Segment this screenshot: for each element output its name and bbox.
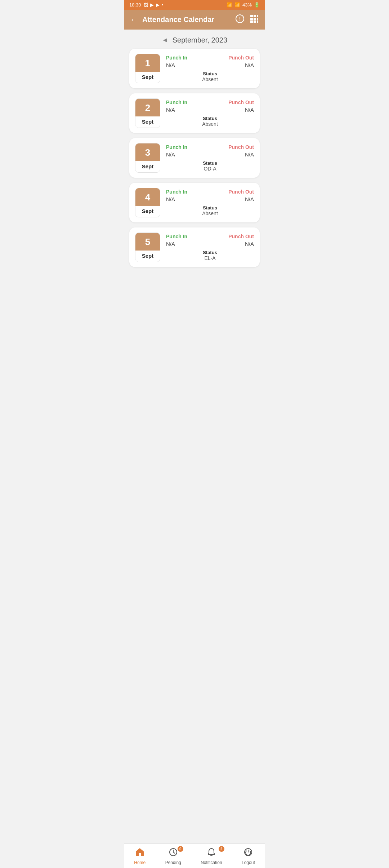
card-info-2: Punch In Punch Out N/A N/A Status Absent [166,98,254,128]
svg-rect-5 [250,18,253,21]
card-info-1: Punch In Punch Out N/A N/A Status Absent [166,54,254,83]
status-label-1: Status [166,71,254,76]
punch-out-value-2: N/A [225,107,254,113]
date-month-5: Sept [135,251,160,262]
status-value-4: Absent [166,211,254,216]
attendance-card-1: 1 Sept Punch In Punch Out N/A N/A Status… [129,49,260,88]
punch-in-label-5: Punch In [166,234,187,239]
date-box-1: 1 Sept [135,54,160,83]
attendance-card-5: 5 Sept Punch In Punch Out N/A N/A Status… [129,227,260,267]
punch-out-label-1: Punch Out [228,55,254,61]
page-title: Attendance Calendar [142,15,231,24]
punch-in-value-2: N/A [166,107,195,113]
punch-out-label-2: Punch Out [228,99,254,105]
back-button[interactable]: ← [130,15,138,25]
date-number-5: 5 [135,233,160,251]
punch-out-value-5: N/A [225,241,254,247]
date-number-1: 1 [135,54,160,72]
svg-rect-10 [257,21,258,23]
app-header: ← Attendance Calendar ! [124,10,265,30]
date-month-4: Sept [135,206,160,217]
punch-in-value-3: N/A [166,151,195,158]
status-bar: 18:30 🖼 ▶ ▶ • 📶 📶 43% 🔋 [124,0,265,10]
wifi-icon: 📶 [227,2,232,8]
card-info-5: Punch In Punch Out N/A N/A Status EL-A [166,232,254,262]
svg-rect-7 [257,18,258,21]
status-label-3: Status [166,160,254,166]
svg-rect-4 [257,15,258,17]
svg-rect-9 [254,21,256,23]
card-info-3: Punch In Punch Out N/A N/A Status OD-A [166,143,254,173]
punch-in-value-4: N/A [166,196,195,202]
signal-icon: 📶 [234,2,240,8]
date-number-2: 2 [135,99,160,116]
punch-in-value-1: N/A [166,62,195,68]
cards-container: 1 Sept Punch In Punch Out N/A N/A Status… [124,49,265,303]
prev-month-button[interactable]: ◄ [162,36,168,44]
dot-icon: • [162,2,164,8]
svg-text:!: ! [239,16,241,22]
svg-rect-8 [250,21,253,23]
punch-out-value-1: N/A [225,62,254,68]
date-number-4: 4 [135,188,160,206]
battery-text: 43% [242,2,252,8]
month-nav: ◄ September, 2023 [124,30,265,49]
youtube-icon: ▶ [150,2,154,8]
time: 18:30 [129,2,141,8]
punch-in-value-5: N/A [166,241,195,247]
svg-rect-3 [254,15,256,17]
status-label-4: Status [166,205,254,211]
battery-icon: 🔋 [254,2,260,8]
grid-icon[interactable] [250,14,259,25]
date-box-5: 5 Sept [135,232,160,262]
card-info-4: Punch In Punch Out N/A N/A Status Absent [166,188,254,217]
status-bar-right: 📶 📶 43% 🔋 [227,2,260,8]
date-box-3: 3 Sept [135,143,160,173]
status-value-5: EL-A [166,255,254,261]
status-value-2: Absent [166,121,254,127]
date-box-2: 2 Sept [135,98,160,128]
punch-in-label-1: Punch In [166,55,187,61]
attendance-card-2: 2 Sept Punch In Punch Out N/A N/A Status… [129,93,260,133]
punch-in-label-2: Punch In [166,99,187,105]
month-label: September, 2023 [173,36,227,44]
date-month-3: Sept [135,161,160,172]
punch-out-label-5: Punch Out [228,234,254,239]
status-label-5: Status [166,250,254,255]
date-box-4: 4 Sept [135,188,160,217]
punch-out-label-3: Punch Out [228,144,254,150]
header-icons: ! [235,14,259,25]
punch-out-value-4: N/A [225,196,254,202]
status-value-3: OD-A [166,166,254,172]
youtube-icon2: ▶ [156,2,160,8]
status-value-1: Absent [166,76,254,82]
photo-icon: 🖼 [143,2,148,8]
svg-rect-2 [250,15,253,17]
punch-in-label-4: Punch In [166,189,187,195]
punch-out-label-4: Punch Out [228,189,254,195]
date-month-1: Sept [135,72,160,83]
svg-rect-6 [254,18,256,21]
attendance-card-3: 3 Sept Punch In Punch Out N/A N/A Status… [129,138,260,178]
punch-in-label-3: Punch In [166,144,187,150]
date-number-3: 3 [135,143,160,161]
punch-out-value-3: N/A [225,151,254,158]
status-bar-left: 18:30 🖼 ▶ ▶ • [129,2,163,8]
status-label-2: Status [166,116,254,121]
info-icon[interactable]: ! [235,14,245,25]
attendance-card-4: 4 Sept Punch In Punch Out N/A N/A Status… [129,183,260,222]
date-month-2: Sept [135,116,160,128]
